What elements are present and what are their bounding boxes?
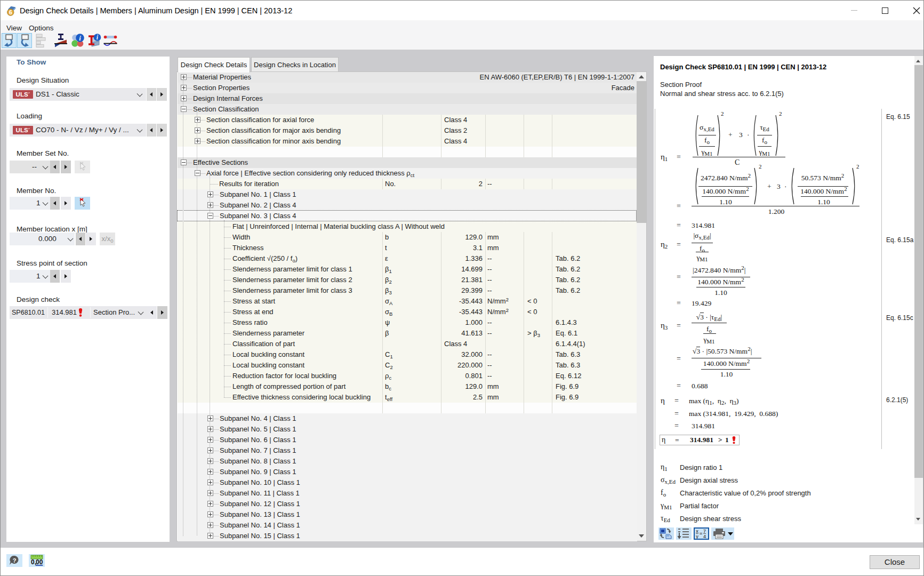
svg-text:7: 7 bbox=[703, 529, 706, 534]
svg-text:x: x bbox=[696, 529, 698, 534]
svg-text:?: ? bbox=[13, 557, 17, 564]
svg-text:i: i bbox=[79, 34, 81, 42]
svg-text:y: y bbox=[696, 534, 698, 539]
svg-text:=: = bbox=[700, 531, 702, 537]
svg-text:4: 4 bbox=[703, 534, 706, 539]
svg-text:6: 6 bbox=[9, 9, 12, 15]
svg-text:00: 00 bbox=[36, 558, 43, 566]
